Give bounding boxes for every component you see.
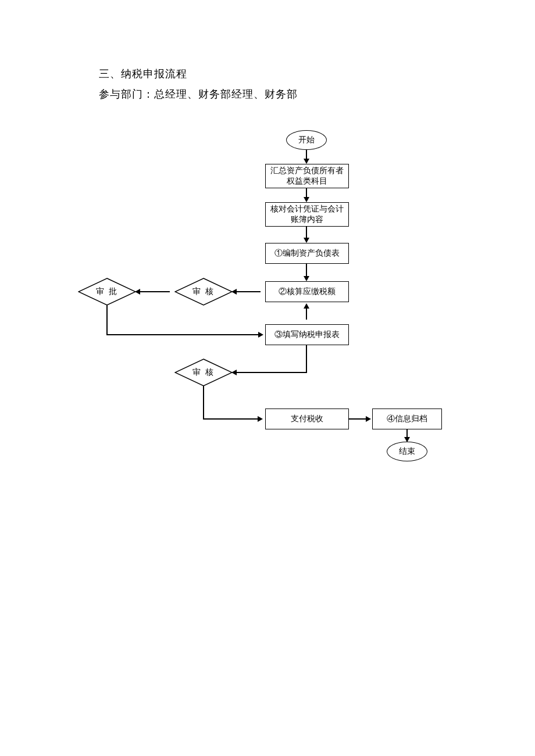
arrow — [306, 227, 307, 238]
arrow-head — [366, 416, 371, 422]
calculate-box: ②核算应缴税额 — [265, 281, 349, 302]
archive-label: ④信息归档 — [387, 414, 427, 424]
arrow — [140, 291, 170, 292]
arrow — [306, 345, 307, 373]
pay-box: 支付税收 — [265, 409, 349, 429]
arrow — [236, 372, 307, 373]
prepare-box: ①编制资产负债表 — [265, 243, 349, 264]
review2-diamond: 审 核 — [174, 359, 233, 386]
fillform-label: ③填写纳税申报表 — [274, 329, 340, 340]
arrow — [306, 264, 307, 277]
arrow-head — [304, 197, 309, 202]
arrow-head — [304, 276, 309, 281]
arrow — [349, 418, 366, 420]
review1-label: 审 核 — [174, 278, 233, 306]
end-label: 结束 — [399, 446, 415, 457]
approve-diamond: 审 批 — [78, 278, 136, 306]
end-node: 结束 — [387, 442, 427, 461]
review2-label: 审 核 — [174, 359, 233, 386]
arrow — [106, 334, 259, 335]
arrow — [306, 188, 307, 198]
arrow — [203, 418, 258, 420]
fillform-box: ③填写纳税申报表 — [265, 324, 349, 345]
arrow-head — [304, 238, 309, 243]
arrow-head — [258, 416, 263, 422]
prepare-label: ①编制资产负债表 — [274, 248, 340, 259]
summary-label: 汇总资产负债所有者权益类科目 — [268, 166, 346, 187]
arrow-head — [304, 159, 309, 164]
start-label: 开始 — [298, 135, 315, 145]
summary-box: 汇总资产负债所有者权益类科目 — [265, 164, 349, 188]
arrow — [306, 150, 307, 159]
participants-line: 参与部门：总经理、财务部经理、财务部 — [99, 87, 298, 101]
start-node: 开始 — [286, 130, 327, 150]
approve-label: 审 批 — [78, 278, 136, 306]
calculate-label: ②核算应缴税额 — [279, 286, 336, 297]
arrow-head — [258, 332, 263, 338]
arrow — [106, 305, 108, 335]
arrow — [203, 386, 204, 420]
arrow — [236, 291, 261, 292]
pay-label: 支付税收 — [291, 414, 323, 424]
review1-diamond: 审 核 — [174, 278, 233, 306]
arrow — [306, 308, 307, 320]
verify-label: 核对会计凭证与会计账簿内容 — [268, 204, 346, 225]
section-heading: 三、纳税申报流程 — [99, 67, 187, 81]
verify-box: 核对会计凭证与会计账簿内容 — [265, 202, 349, 227]
arrow — [406, 429, 408, 438]
archive-box: ④信息归档 — [372, 409, 442, 429]
arrow-head — [304, 303, 309, 309]
